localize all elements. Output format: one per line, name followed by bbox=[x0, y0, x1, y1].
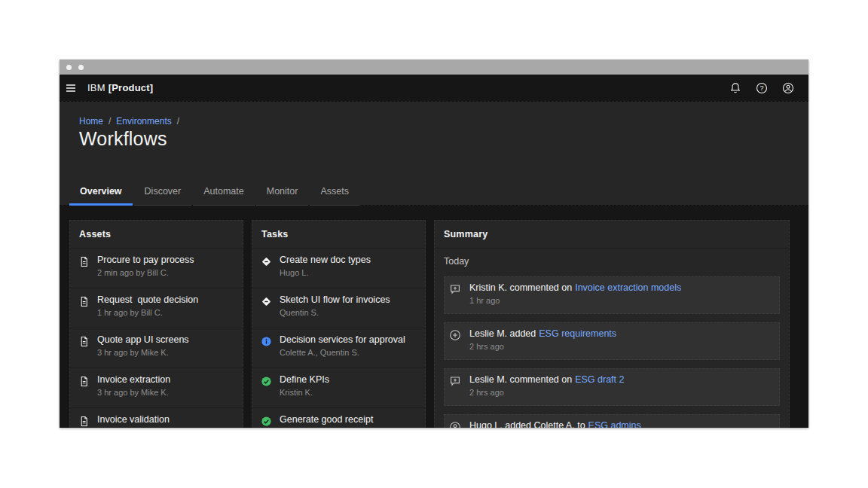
task-assignees: Colette A., Quentin S. bbox=[280, 348, 421, 358]
window-titlebar bbox=[60, 59, 808, 75]
tab-automate[interactable]: Automate bbox=[193, 180, 255, 206]
help-icon[interactable]: ? bbox=[748, 75, 775, 101]
task-row-text: Create new doc typesHugo L. bbox=[280, 255, 421, 278]
breadcrumb-separator: / bbox=[108, 116, 111, 127]
activity-text: Hugo L. added Colette A. toESG admins bbox=[469, 420, 641, 428]
task-title: Define KPIs bbox=[280, 374, 421, 386]
tasks-panel: Tasks Create new doc typesHugo L. Sketch… bbox=[252, 220, 426, 428]
asset-title: Procure to pay process bbox=[97, 255, 239, 266]
breadcrumb-environments[interactable]: Environments bbox=[116, 116, 171, 127]
task-assignees: Kristin K. bbox=[280, 388, 421, 398]
activity-message: Leslie M. commented on bbox=[469, 374, 572, 385]
breadcrumb-home[interactable]: Home bbox=[79, 116, 103, 127]
breadcrumb-separator: / bbox=[177, 116, 179, 127]
asset-title: Request quote decision bbox=[97, 294, 239, 306]
window-control-dot[interactable] bbox=[66, 65, 72, 70]
task-assignees: Hugo L. bbox=[280, 268, 421, 278]
status-undefined-icon bbox=[261, 296, 272, 307]
summary-panel: Summary Today Kristin K. commented onInv… bbox=[434, 220, 790, 428]
summary-body: Today Kristin K. commented onInvoice ext… bbox=[434, 256, 790, 428]
page-title: Workflows bbox=[79, 128, 167, 150]
brand: IBM[Product] bbox=[87, 82, 153, 93]
activity-message: Kristin K. commented on bbox=[469, 282, 572, 293]
task-row[interactable]: Create new doc typesHugo L. bbox=[252, 249, 426, 288]
notification-bell-icon[interactable] bbox=[722, 75, 748, 101]
activity-row: Leslie M. addedESG requirements 2 hrs ag… bbox=[444, 322, 780, 360]
tab-assets[interactable]: Assets bbox=[310, 180, 359, 206]
brand-product: [Product] bbox=[108, 82, 154, 93]
task-assignees: Quentin S. bbox=[280, 308, 421, 318]
asset-row-text: Procure to pay process2 min ago by Bill … bbox=[97, 255, 239, 278]
task-title: Decision services for approval bbox=[280, 334, 421, 346]
task-row[interactable]: Define KPIsKristin K. bbox=[252, 368, 426, 408]
task-row[interactable]: Generate good receipt bbox=[252, 408, 426, 428]
asset-title: Quote app UI screens bbox=[97, 334, 239, 346]
page-header: Home / Environments / Workflows Overview… bbox=[60, 101, 808, 206]
activity-message: Hugo L. added Colette A. to bbox=[469, 420, 585, 428]
summary-group-label: Today bbox=[444, 256, 780, 267]
asset-row[interactable]: Invoice extraction3 hr ago by Mike K. bbox=[69, 368, 243, 408]
activity-link[interactable]: ESG requirements bbox=[539, 328, 616, 339]
activity-row: Kristin K. commented onInvoice extractio… bbox=[444, 276, 780, 314]
tasks-panel-title: Tasks bbox=[252, 220, 426, 249]
activity-text: Kristin K. commented onInvoice extractio… bbox=[469, 282, 681, 294]
status-info-icon bbox=[261, 336, 272, 347]
app-window: IBM[Product] ? Home / Environments / Wor… bbox=[60, 59, 808, 428]
tab-monitor[interactable]: Monitor bbox=[256, 180, 309, 206]
add-circle-icon bbox=[449, 329, 461, 341]
top-nav-actions: ? bbox=[722, 75, 808, 101]
asset-meta: 3 hr ago by Mike K. bbox=[97, 388, 239, 398]
asset-row-text: Request quote decision1 hr ago by Bill C… bbox=[97, 294, 239, 318]
task-title: Generate good receipt bbox=[280, 414, 421, 425]
document-icon bbox=[78, 376, 90, 387]
add-comment-icon bbox=[449, 375, 461, 387]
activity-text: Leslie M. addedESG requirements bbox=[469, 328, 616, 340]
activity-link[interactable]: ESG draft 2 bbox=[575, 374, 624, 385]
breadcrumb: Home / Environments / bbox=[79, 116, 185, 127]
activity-link[interactable]: Invoice extraction models bbox=[575, 282, 681, 293]
asset-meta: 3 hr ago by Mike K. bbox=[97, 348, 239, 358]
task-title: Sketch UI flow for invoices bbox=[280, 294, 421, 306]
asset-row-text: Invoice extraction3 hr ago by Mike K. bbox=[97, 374, 239, 398]
activity-row: Hugo L. added Colette A. toESG admins bbox=[444, 414, 780, 428]
brand-prefix: IBM bbox=[87, 82, 105, 93]
task-row[interactable]: Sketch UI flow for invoicesQuentin S. bbox=[252, 288, 426, 328]
asset-title: Invoice validation bbox=[97, 414, 239, 425]
assets-panel: Assets Procure to pay process2 min ago b… bbox=[69, 220, 243, 428]
activity-row: Leslie M. commented onESG draft 2 2 hrs … bbox=[444, 368, 780, 406]
asset-row[interactable]: Request quote decision1 hr ago by Bill C… bbox=[69, 288, 243, 328]
user-circle-icon bbox=[449, 421, 461, 428]
add-comment-icon bbox=[449, 283, 461, 295]
activity-link[interactable]: ESG admins bbox=[588, 420, 641, 428]
user-avatar-icon[interactable] bbox=[775, 75, 801, 101]
window-control-dot[interactable] bbox=[78, 65, 84, 70]
assets-panel-title: Assets bbox=[69, 220, 243, 249]
task-row-text: Generate good receipt bbox=[280, 414, 421, 428]
status-complete-icon bbox=[261, 416, 272, 427]
task-row[interactable]: Decision services for approvalColette A.… bbox=[252, 328, 426, 368]
tab-discover[interactable]: Discover bbox=[134, 180, 192, 206]
activity-timestamp: 1 hr ago bbox=[469, 296, 500, 305]
top-nav: IBM[Product] ? bbox=[60, 75, 808, 101]
menu-icon[interactable] bbox=[60, 75, 82, 101]
tab-overview[interactable]: Overview bbox=[69, 180, 133, 206]
asset-row[interactable]: Invoice validation bbox=[69, 408, 243, 428]
asset-title: Invoice extraction bbox=[97, 374, 239, 386]
document-icon bbox=[78, 336, 90, 347]
status-complete-icon bbox=[261, 376, 272, 387]
activity-timestamp: 2 hrs ago bbox=[469, 342, 504, 351]
document-icon bbox=[78, 256, 90, 267]
status-undefined-icon bbox=[261, 256, 272, 267]
task-row-text: Sketch UI flow for invoicesQuentin S. bbox=[280, 294, 421, 318]
activity-text: Leslie M. commented onESG draft 2 bbox=[469, 374, 625, 386]
asset-meta: 2 min ago by Bill C. bbox=[97, 268, 239, 278]
document-icon bbox=[78, 296, 90, 307]
asset-row[interactable]: Quote app UI screens3 hr ago by Mike K. bbox=[69, 328, 243, 368]
asset-row[interactable]: Procure to pay process2 min ago by Bill … bbox=[69, 249, 243, 288]
summary-panel-title: Summary bbox=[434, 220, 790, 249]
asset-row-text: Quote app UI screens3 hr ago by Mike K. bbox=[97, 334, 239, 358]
task-row-text: Decision services for approvalColette A.… bbox=[280, 334, 421, 358]
document-icon bbox=[78, 416, 90, 427]
activity-timestamp: 2 hrs ago bbox=[469, 388, 504, 397]
task-title: Create new doc types bbox=[280, 255, 421, 266]
